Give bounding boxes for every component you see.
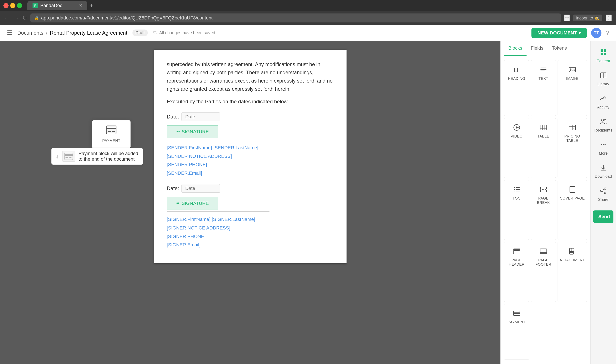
- sender-phone: [SENDER PHONE]: [167, 160, 334, 169]
- block-text-label: TEXT: [538, 77, 548, 81]
- recipients-label: Recipients: [594, 128, 612, 133]
- sender-address: [SENDER NOTICE ADDRESS]: [167, 152, 334, 161]
- more-label: More: [599, 151, 608, 156]
- signature-label-1: SIGNATURE: [182, 129, 209, 134]
- date-label-1: Date:: [167, 113, 179, 121]
- library-icon: [600, 72, 607, 80]
- block-image[interactable]: IMAGE: [558, 60, 587, 116]
- block-page-header[interactable]: PAGE HEADER: [504, 242, 529, 302]
- svg-point-59: [601, 144, 602, 145]
- table-icon: [540, 122, 547, 133]
- address-bar[interactable]: 🔒 app.pandadoc.com/a/#/document/v1/edito…: [30, 13, 561, 23]
- block-payment[interactable]: PAYMENT: [504, 304, 529, 360]
- svg-point-58: [604, 119, 606, 121]
- svg-point-57: [602, 119, 603, 121]
- svg-rect-37: [571, 189, 574, 189]
- svg-rect-12: [569, 67, 576, 72]
- share-icon: [600, 187, 607, 196]
- signature-btn-1[interactable]: ✒ SIGNATURE: [167, 125, 218, 138]
- close-btn[interactable]: [3, 3, 9, 8]
- tab-tokens[interactable]: Tokens: [548, 41, 571, 56]
- action-download[interactable]: Download: [590, 161, 616, 182]
- new-tab-btn[interactable]: +: [90, 2, 93, 9]
- doc-page: superceded by this written agreement. An…: [154, 50, 347, 263]
- bookmark-btn[interactable]: ☆: [564, 14, 570, 21]
- svg-rect-31: [516, 191, 520, 191]
- help-btn[interactable]: ?: [606, 29, 609, 36]
- text-icon: [540, 65, 547, 75]
- date-input-2[interactable]: [182, 184, 220, 193]
- block-page-break[interactable]: PAGE BREAK: [531, 180, 556, 240]
- content-icon: [600, 49, 607, 57]
- send-btn[interactable]: Send: [593, 210, 614, 223]
- signer-fields: [SIGNER.FirstName] [SIGNER.LastName] [SI…: [167, 215, 334, 249]
- back-btn[interactable]: ←: [4, 15, 10, 21]
- svg-rect-26: [514, 187, 515, 188]
- svg-rect-4: [65, 153, 73, 160]
- signer-name: [SIGNER.FirstName] [SIGNER.LastName]: [167, 215, 334, 224]
- svg-line-67: [602, 189, 604, 190]
- payment-msg-text: Payment block will be added to the end o…: [79, 151, 138, 162]
- send-label: Send: [598, 214, 610, 220]
- tab-favicon: P: [33, 3, 38, 8]
- download-icon: [600, 164, 607, 173]
- block-attachment[interactable]: ATTACHMENT: [558, 242, 587, 302]
- browser-tab[interactable]: P PandaDoc ✕: [27, 1, 87, 10]
- svg-rect-16: [540, 125, 547, 130]
- action-recipients[interactable]: Recipients: [590, 115, 616, 136]
- tab-fields[interactable]: Fields: [526, 41, 548, 56]
- activity-label: Activity: [597, 105, 609, 109]
- reload-btn[interactable]: ↻: [22, 15, 27, 21]
- share-label: Share: [598, 197, 608, 202]
- action-content[interactable]: Content: [590, 45, 616, 67]
- breadcrumb-sep: /: [46, 30, 47, 36]
- block-page-footer[interactable]: PAGE FOOTER: [531, 242, 556, 302]
- menu-btn[interactable]: ⋮: [606, 14, 612, 21]
- minimize-btn[interactable]: [10, 3, 15, 8]
- svg-rect-32: [540, 187, 547, 189]
- svg-rect-0: [106, 126, 116, 134]
- hamburger-btn[interactable]: ☰: [7, 29, 12, 36]
- block-cover-page[interactable]: COVER PAGE: [558, 180, 587, 240]
- pen-icon: ✒: [176, 129, 180, 134]
- signature-btn-2[interactable]: ✒ SIGNATURE: [167, 197, 218, 210]
- block-pricing-table-label: PRICING TABLE: [560, 134, 585, 143]
- block-heading[interactable]: H HEADING: [504, 60, 529, 116]
- block-video[interactable]: VIDEO: [504, 118, 529, 178]
- doc-scroll[interactable]: superceded by this written agreement. An…: [0, 41, 500, 364]
- content-label: Content: [597, 59, 610, 63]
- block-toc[interactable]: TOC: [504, 180, 529, 240]
- action-more[interactable]: More: [590, 138, 616, 159]
- save-icon: 🛡: [153, 30, 158, 36]
- action-library[interactable]: Library: [590, 68, 616, 90]
- avatar[interactable]: TT: [591, 28, 602, 38]
- svg-rect-34: [540, 190, 547, 192]
- tab-close-btn[interactable]: ✕: [79, 3, 82, 8]
- pricing-table-icon: $: [568, 122, 576, 133]
- main-layout: superceded by this written agreement. An…: [0, 41, 616, 364]
- block-text[interactable]: TEXT: [531, 60, 556, 116]
- payment-icon-lg: [106, 126, 116, 136]
- svg-point-61: [604, 144, 605, 145]
- action-share[interactable]: Share: [590, 184, 616, 205]
- breadcrumb-parent[interactable]: Documents: [17, 30, 43, 36]
- maximize-btn[interactable]: [17, 3, 22, 8]
- action-bar: Content Library Activity: [590, 41, 616, 364]
- signer-email: [SIGNER.Email]: [167, 241, 334, 249]
- pen-icon-2: ✒: [176, 201, 180, 206]
- block-table[interactable]: TABLE: [531, 118, 556, 178]
- payment-floating-block[interactable]: PAYMENT: [92, 120, 131, 148]
- svg-point-64: [604, 188, 606, 190]
- date-input-1[interactable]: [182, 113, 220, 121]
- svg-rect-44: [571, 248, 574, 251]
- incognito-badge: Incognito 🕵: [573, 14, 602, 21]
- action-activity[interactable]: Activity: [590, 91, 616, 113]
- payment-block-icon: [513, 308, 521, 318]
- app-toolbar: ☰ Documents / Rental Property Lease Agre…: [0, 25, 616, 41]
- blocks-grid: H HEADING TEXT: [501, 56, 590, 364]
- block-pricing-table[interactable]: $ PRICING TABLE: [558, 118, 587, 178]
- tab-blocks[interactable]: Blocks: [504, 41, 526, 56]
- forward-btn[interactable]: →: [13, 15, 19, 21]
- new-document-btn[interactable]: NEW DOCUMENT ▾: [532, 28, 587, 38]
- sidebar-tabs: Blocks Fields Tokens: [501, 41, 590, 56]
